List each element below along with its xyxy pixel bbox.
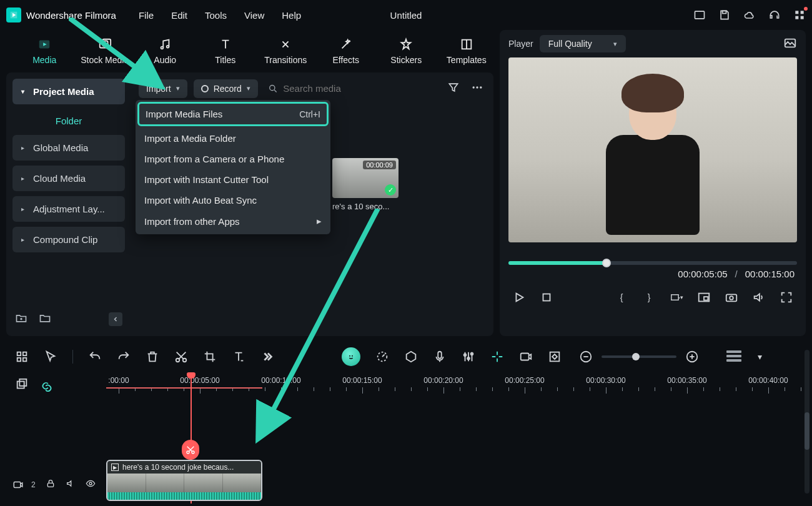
tab-stickers[interactable]: Stickers <box>379 37 433 65</box>
import-auto-beat[interactable]: Import with Auto Beat Sync <box>136 190 330 211</box>
templates-icon <box>460 37 473 51</box>
track-header: 2 <box>0 479 96 490</box>
play-icon[interactable] <box>512 290 526 304</box>
select-icon[interactable] <box>44 350 57 364</box>
link-icon[interactable] <box>40 378 54 392</box>
keyframe-icon[interactable] <box>548 350 562 364</box>
svg-rect-0 <box>695 11 705 19</box>
import-from-camera[interactable]: Import from a Camera or a Phone <box>136 149 330 169</box>
ruler-label: 00:00:10:00 <box>261 376 300 385</box>
menu-edit[interactable]: Edit <box>171 10 187 21</box>
redo-icon[interactable] <box>117 350 131 364</box>
zoom-in-icon[interactable] <box>685 350 699 364</box>
import-media-files[interactable]: Import Media Files Ctrl+I <box>139 104 327 124</box>
menu-view[interactable]: View <box>244 10 264 21</box>
player-video[interactable] <box>508 57 797 242</box>
speed-icon[interactable] <box>375 350 389 364</box>
clip-play-icon: ▶ <box>111 464 119 471</box>
crop-icon[interactable] <box>203 350 217 364</box>
marker-icon[interactable] <box>404 350 418 364</box>
collapse-sidebar-icon[interactable] <box>109 312 122 326</box>
stop-icon[interactable] <box>540 290 553 304</box>
delete-icon[interactable] <box>146 350 159 364</box>
timeline-ruler[interactable]: :00:0000:00:05:0000:00:10:0000:00:15:000… <box>106 372 812 397</box>
import-media-folder[interactable]: Import a Media Folder <box>136 128 330 149</box>
ai-assistant-icon[interactable] <box>342 347 360 366</box>
mark-out-icon[interactable]: } <box>642 290 656 304</box>
track-size-chevron-icon[interactable]: ▾ <box>756 350 763 364</box>
lock-track-icon[interactable] <box>46 479 56 490</box>
svg-rect-8 <box>102 39 111 46</box>
timeline-clip[interactable]: ▶ here's a 10 second joke becaus... <box>106 460 262 501</box>
layout-icon[interactable] <box>693 9 706 21</box>
sidebar-global-media[interactable]: Global Media <box>12 135 125 161</box>
search-input[interactable] <box>283 83 438 94</box>
tab-transitions[interactable]: Transitions <box>259 37 313 65</box>
more-icon[interactable] <box>468 79 486 98</box>
hide-track-icon[interactable] <box>86 479 96 490</box>
fullscreen-icon[interactable] <box>780 290 793 304</box>
player-seek[interactable] <box>508 261 797 265</box>
grid-icon[interactable] <box>15 350 29 364</box>
ruler-work-area <box>106 387 262 389</box>
save-icon[interactable] <box>718 9 731 21</box>
mixer-icon[interactable] <box>462 350 475 364</box>
apps-icon[interactable] <box>793 9 806 21</box>
snap-icon[interactable] <box>490 350 504 364</box>
headset-icon[interactable] <box>768 9 781 21</box>
ruler-label: 00:00:25:00 <box>505 376 544 385</box>
player-time: 00:00:05:05 / 00:00:15:00 <box>500 269 806 279</box>
mute-track-icon[interactable] <box>66 479 76 490</box>
sidebar-item-label: Global Media <box>33 142 88 153</box>
menu-tools[interactable]: Tools <box>205 10 227 21</box>
sidebar-adjustment-layer[interactable]: Adjustment Lay... <box>12 196 125 222</box>
sidebar-folder[interactable]: Folder <box>12 109 125 130</box>
playhead-cap[interactable] <box>187 372 196 379</box>
vertical-scrollbar[interactable] <box>805 350 810 494</box>
tab-media-label: Media <box>32 55 56 65</box>
camera-icon[interactable] <box>725 290 738 304</box>
pip-icon[interactable] <box>697 290 711 304</box>
text-icon[interactable] <box>232 350 245 364</box>
scrollbar-thumb[interactable] <box>805 412 810 450</box>
mark-in-icon[interactable]: { <box>615 290 628 304</box>
import-button[interactable]: Import ▾ <box>139 79 187 98</box>
cut-tool-on-playhead[interactable] <box>182 440 199 460</box>
zoom-out-icon[interactable] <box>579 350 593 364</box>
mic-icon[interactable] <box>433 350 447 364</box>
zoom-slider[interactable] <box>602 355 676 358</box>
seek-knob[interactable] <box>602 259 611 267</box>
tab-stock-media[interactable]: Stock Media <box>78 37 132 65</box>
filter-icon[interactable] <box>445 79 462 98</box>
tab-titles[interactable]: Titles <box>199 37 253 65</box>
sidebar-compound-clip[interactable]: Compound Clip <box>12 227 125 252</box>
add-track-icon[interactable] <box>15 378 29 392</box>
menu-help[interactable]: Help <box>282 10 301 21</box>
new-folder-icon[interactable] <box>15 312 27 326</box>
cloud-icon[interactable] <box>743 9 756 21</box>
snapshot-icon[interactable] <box>783 36 797 52</box>
sidebar-cloud-media[interactable]: Cloud Media <box>12 166 125 191</box>
media-thumbnail[interactable]: 00:00:09 ✓ re's a 10 seco... <box>332 158 399 211</box>
undo-icon[interactable] <box>88 350 102 364</box>
tab-media[interactable]: Media <box>17 37 72 65</box>
volume-icon[interactable] <box>752 290 766 304</box>
clip-thumbnails <box>107 474 261 492</box>
import-instant-cutter[interactable]: Import with Instant Cutter Tool <box>136 169 330 190</box>
import-other-apps[interactable]: Import from other Apps ▸ <box>136 211 330 232</box>
clip-title: here's a 10 second joke becaus... <box>122 463 234 472</box>
cut-icon[interactable] <box>174 350 188 364</box>
quality-select[interactable]: Full Quality ▾ <box>540 35 626 52</box>
render-icon[interactable] <box>519 350 533 364</box>
folder-icon[interactable] <box>39 312 51 326</box>
tab-audio[interactable]: Audio <box>138 37 192 65</box>
more-tools-icon[interactable] <box>260 350 274 364</box>
tab-templates[interactable]: Templates <box>440 37 494 65</box>
record-button[interactable]: Record ▾ <box>194 79 258 98</box>
aspect-icon[interactable]: ▾ <box>670 290 683 304</box>
tab-effects[interactable]: Effects <box>319 37 374 65</box>
menu-file[interactable]: File <box>139 10 154 21</box>
track-size-icon[interactable] <box>726 350 741 363</box>
zoom-knob[interactable] <box>632 353 640 360</box>
sidebar-project-media[interactable]: Project Media <box>12 79 125 104</box>
